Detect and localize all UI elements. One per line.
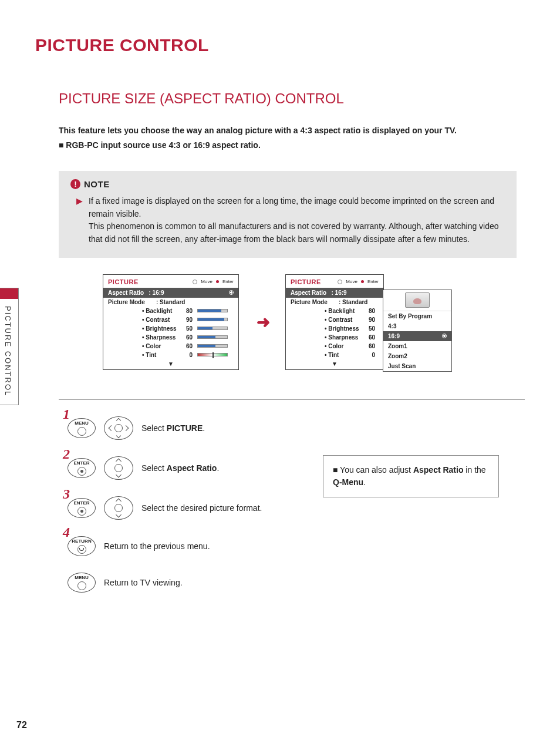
osd-right: PICTURE Move Enter Aspect Ratio : 16:9 P… [285, 274, 384, 370]
alert-icon: ! [70, 179, 80, 189]
step-text: Return to TV viewing. [104, 578, 183, 587]
intro-block: This feature lets you choose the way an … [59, 124, 525, 150]
intro-text: This feature lets you choose the way an … [59, 124, 525, 137]
enter-button-icon: ENTER [68, 498, 96, 518]
osd-item[interactable]: • Contrast90 [286, 315, 383, 324]
osd-item[interactable]: • Brightness50 [103, 324, 238, 333]
osd-item[interactable]: • Sharpness60 [286, 333, 383, 342]
step-text: Select Aspect Ratio. [141, 463, 219, 473]
side-tab-label: PICTURE CONTROL [0, 299, 16, 403]
tip-post: . [363, 477, 366, 487]
step-number: 1 [63, 406, 70, 422]
return-button-icon: RETURN [68, 536, 96, 556]
enter-button-icon: ENTER [68, 458, 96, 478]
osd-item[interactable]: • Backlight80 [286, 307, 383, 315]
aspect-option[interactable]: Zoom2 [383, 351, 451, 361]
step-text: Return to the previous menu. [104, 541, 210, 551]
preview-thumbnail [383, 290, 451, 311]
aspect-option[interactable]: Just Scan [383, 361, 451, 371]
tip-pre: You can also adjust [340, 465, 413, 475]
step-number: 4 [63, 524, 70, 540]
aspect-option[interactable]: Zoom1 [383, 341, 451, 351]
dpad-icon [104, 416, 133, 440]
step-row: 4RETURNReturn to the previous menu. [68, 536, 525, 556]
main-title: PICTURE CONTROL [35, 35, 525, 55]
triangle-icon: ▶ [76, 195, 83, 246]
aspect-option[interactable]: 4:3 [383, 321, 451, 331]
osd-title: PICTURE [291, 278, 321, 285]
step-number: 2 [63, 446, 70, 462]
osd-left: PICTURE Move Enter Aspect Ratio : 16:9 P… [103, 274, 239, 370]
osd-item[interactable]: • Backlight80 [103, 307, 238, 315]
osd-title: PICTURE [108, 278, 139, 285]
tip-strong2: Q-Menu [333, 477, 363, 487]
osd-selected-row[interactable]: Aspect Ratio : 16:9 [286, 288, 383, 298]
more-icon: ▼ [286, 359, 383, 369]
osd-hints: Move Enter [193, 279, 234, 284]
step-text: Select PICTURE. [141, 423, 205, 433]
note-box: ! NOTE ▶ If a fixed image is displayed o… [59, 171, 517, 258]
aspect-option[interactable]: 16:9 [383, 331, 451, 341]
menu-button-icon: MENU [68, 418, 96, 438]
osd-mode-row[interactable]: Picture Mode: Standard [286, 298, 383, 307]
step-row: 3ENTERSelect the desired picture format. [68, 496, 525, 520]
dpad-icon [104, 496, 133, 520]
tip-box: ■ You can also adjust Aspect Ratio in th… [323, 455, 499, 497]
step-row: 1MENUSelect PICTURE. [68, 416, 525, 440]
osd-item[interactable]: • Tint0 [103, 351, 238, 359]
step-row: MENUReturn to TV viewing. [68, 573, 525, 593]
tip-strong1: Aspect Ratio [413, 465, 464, 475]
osd-row: PICTURE Move Enter Aspect Ratio : 16:9 P… [103, 274, 525, 370]
arrow-right-icon: ➜ [257, 312, 268, 332]
more-icon: ▼ [103, 359, 238, 369]
osd-item[interactable]: • Sharpness60 [103, 333, 238, 342]
osd-mode-row[interactable]: Picture Mode: Standard [103, 298, 238, 307]
steps-list: 1MENUSelect PICTURE.2ENTERSelect Aspect … [68, 416, 525, 593]
osd-selected-row[interactable]: Aspect Ratio : 16:9 [103, 288, 238, 298]
step-number: 3 [63, 486, 70, 502]
step-text: Select the desired picture format. [141, 503, 262, 513]
osd-hints: Move Enter [338, 279, 379, 284]
radio-icon [229, 290, 234, 295]
osd-item[interactable]: • Contrast90 [103, 315, 238, 324]
osd-item[interactable]: • Color60 [103, 342, 238, 351]
intro-bullet-text: RGB-PC input source use 4:3 or 16:9 aspe… [66, 140, 260, 150]
page-number: 72 [16, 720, 27, 731]
aspect-option[interactable]: Set By Program [383, 311, 451, 321]
side-tab: PICTURE CONTROL [0, 288, 19, 405]
radio-icon [442, 334, 447, 338]
section-title: PICTURE SIZE (ASPECT RATIO) CONTROL [59, 90, 525, 107]
dpad-icon [104, 456, 133, 480]
tip-mid: in the [463, 465, 485, 475]
note-title: NOTE [84, 179, 110, 189]
osd-item[interactable]: • Color60 [286, 342, 383, 351]
osd-item[interactable]: • Tint0 [286, 351, 383, 359]
menu-button-icon: MENU [68, 573, 96, 593]
aspect-popup: Set By Program4:316:9Zoom1Zoom2Just Scan [383, 290, 452, 372]
osd-item[interactable]: • Brightness50 [286, 324, 383, 333]
divider [59, 399, 525, 400]
intro-bullet: ■ RGB-PC input source use 4:3 or 16:9 as… [59, 140, 525, 150]
note-text: If a fixed image is displayed on the scr… [89, 195, 505, 246]
